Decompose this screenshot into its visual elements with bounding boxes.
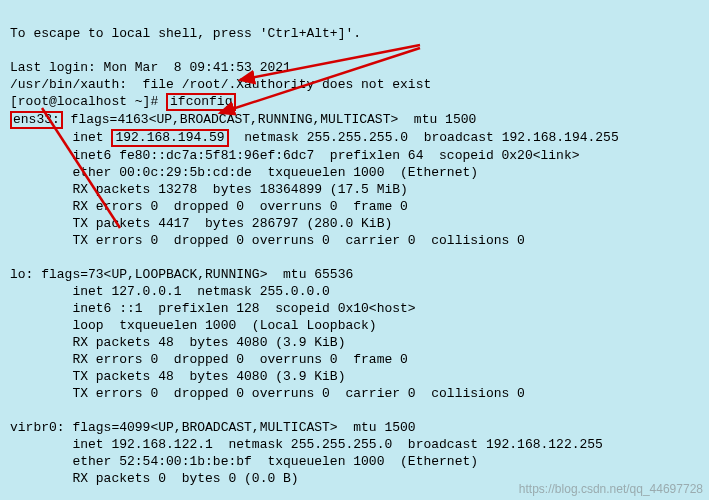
lo-loop: loop txqueuelen 1000 (Local Loopback)	[10, 318, 377, 333]
ens33-tx-errors: TX errors 0 dropped 0 overruns 0 carrier…	[10, 233, 525, 248]
ens33-ip-address: 192.168.194.59	[111, 129, 228, 147]
terminal-output: To escape to local shell, press 'Ctrl+Al…	[0, 0, 709, 500]
lo-inet: inet 127.0.0.1 netmask 255.0.0.0	[10, 284, 330, 299]
interface-ens33-label: ens33:	[10, 111, 63, 129]
watermark: https://blog.csdn.net/qq_44697728	[519, 482, 703, 496]
virbr0-header: virbr0: flags=4099<UP,BROADCAST,MULTICAS…	[10, 420, 416, 435]
lo-rx-errors: RX errors 0 dropped 0 overruns 0 frame 0	[10, 352, 408, 367]
ens33-rx-errors: RX errors 0 dropped 0 overruns 0 frame 0	[10, 199, 408, 214]
line-escape: To escape to local shell, press 'Ctrl+Al…	[10, 26, 361, 41]
line-xauth: /usr/bin/xauth: file /root/.Xauthority d…	[10, 77, 431, 92]
lo-rx-packets: RX packets 48 bytes 4080 (3.9 KiB)	[10, 335, 345, 350]
ens33-ether: ether 00:0c:29:5b:cd:de txqueuelen 1000 …	[10, 165, 478, 180]
ens33-tx-packets: TX packets 4417 bytes 286797 (280.0 KiB)	[10, 216, 392, 231]
ens33-inet6: inet6 fe80::dc7a:5f81:96ef:6dc7 prefixle…	[10, 148, 580, 163]
line-lastlogin: Last login: Mon Mar 8 09:41:53 2021	[10, 60, 291, 75]
ifconfig-command: ifconfig	[166, 93, 236, 111]
ens33-inet-suffix: netmask 255.255.255.0 broadcast 192.168.…	[229, 130, 619, 145]
ens33-rx-packets: RX packets 13278 bytes 18364899 (17.5 Mi…	[10, 182, 408, 197]
lo-inet6: inet6 ::1 prefixlen 128 scopeid 0x10<hos…	[10, 301, 416, 316]
ens33-inet-prefix: inet	[10, 130, 111, 145]
lo-header: lo: flags=73<UP,LOOPBACK,RUNNING> mtu 65…	[10, 267, 353, 282]
virbr0-rx-packets: RX packets 0 bytes 0 (0.0 B)	[10, 471, 299, 486]
ens33-flags: flags=4163<UP,BROADCAST,RUNNING,MULTICAS…	[63, 112, 476, 127]
virbr0-inet: inet 192.168.122.1 netmask 255.255.255.0…	[10, 437, 603, 452]
virbr0-ether: ether 52:54:00:1b:be:bf txqueuelen 1000 …	[10, 454, 478, 469]
lo-tx-packets: TX packets 48 bytes 4080 (3.9 KiB)	[10, 369, 345, 384]
prompt-prefix: [root@localhost ~]#	[10, 94, 166, 109]
lo-tx-errors: TX errors 0 dropped 0 overruns 0 carrier…	[10, 386, 525, 401]
